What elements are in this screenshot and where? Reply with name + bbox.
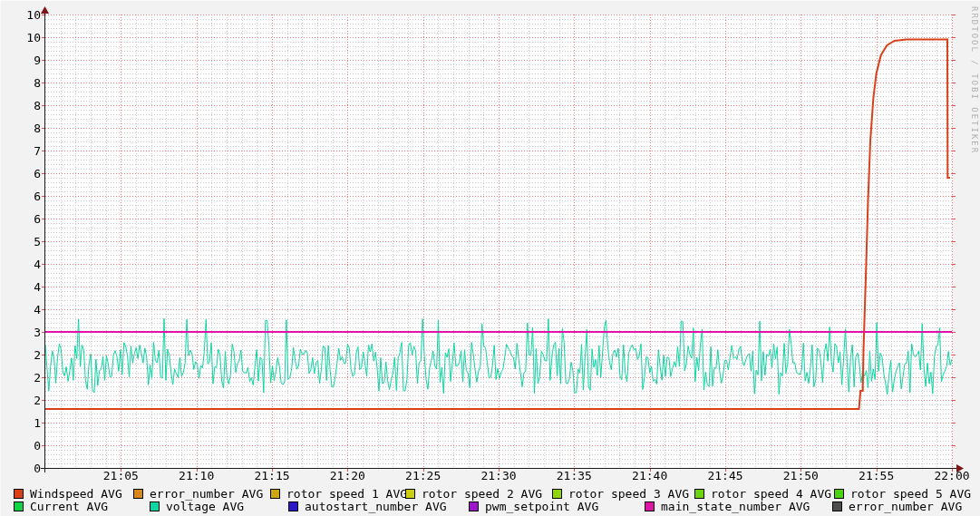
x-axis-tick-label: 21:30 xyxy=(473,470,524,482)
legend-color-swatch xyxy=(270,489,280,499)
x-axis-tick-label: 21:10 xyxy=(171,470,222,482)
legend-item: rotor speed 1 AVG xyxy=(270,484,407,496)
legend-item: error_number AVG xyxy=(133,484,263,496)
y-axis-tick-label: 1 xyxy=(1,417,41,429)
x-axis-tick-label: 21:25 xyxy=(398,470,449,482)
y-axis-tick-label: 7 xyxy=(1,145,41,157)
y-axis-tick-label: 8 xyxy=(1,77,41,89)
y-axis-tick-label: 5 xyxy=(1,236,41,248)
y-axis-tick-label: 6 xyxy=(1,168,41,180)
y-axis-tick-label: 6 xyxy=(1,190,41,202)
legend-color-swatch xyxy=(288,501,298,511)
y-axis-tick-label: 3 xyxy=(1,326,41,338)
y-axis-tick-label: 8 xyxy=(1,100,41,112)
rrdtool-watermark: RRDTOOL / TOBI OETIKER xyxy=(970,6,979,154)
legend-item: rotor speed 2 AVG xyxy=(405,484,542,496)
legend-color-swatch xyxy=(645,501,655,511)
legend-color-swatch xyxy=(14,501,24,511)
x-axis-tick-label: 21:45 xyxy=(700,470,751,482)
y-axis-tick-label: 4 xyxy=(1,304,41,316)
y-axis-tick-label: 4 xyxy=(1,281,41,293)
legend-item: error_number AVG xyxy=(832,497,962,509)
y-axis-tick-label: 10 xyxy=(1,32,41,44)
y-axis-tick-label: 10 xyxy=(1,9,41,21)
y-axis-tick-label: 6 xyxy=(1,213,41,225)
legend-label: pwm_setpoint AVG xyxy=(485,500,598,513)
legend-item: Windspeed AVG xyxy=(14,484,122,496)
legend-item: autostart_number AVG xyxy=(288,497,447,509)
x-axis-tick-label: 21:40 xyxy=(625,470,675,482)
legend-item: rotor speed 5 AVG xyxy=(834,484,971,496)
legend-item: Current AVG xyxy=(14,497,108,509)
legend-item: main_state_number AVG xyxy=(645,497,810,509)
y-axis-tick-label: 0 xyxy=(1,440,41,452)
legend-color-swatch xyxy=(832,501,842,511)
y-axis-tick-label: 8 xyxy=(1,122,41,134)
chart-plot-area xyxy=(1,1,980,516)
y-axis-tick-label: 2 xyxy=(1,372,41,384)
legend-color-swatch xyxy=(469,501,479,511)
legend-item: pwm_setpoint AVG xyxy=(469,497,598,509)
y-axis-tick-label: 4 xyxy=(1,258,41,270)
rrdtool-graph: 1010988876665444322210021:0521:1021:1521… xyxy=(0,0,980,516)
legend-item: rotor speed 4 AVG xyxy=(694,484,831,496)
y-axis-tick-label: 9 xyxy=(1,54,41,66)
legend-label: main_state_number AVG xyxy=(661,500,810,513)
y-axis-tick-label: 2 xyxy=(1,394,41,406)
y-axis-tick-label: 2 xyxy=(1,349,41,361)
x-axis-tick-label: 21:55 xyxy=(851,470,902,482)
x-axis-tick-label: 21:50 xyxy=(775,470,826,482)
x-axis-tick-label: 21:35 xyxy=(548,470,599,482)
legend-color-swatch xyxy=(133,489,143,499)
legend-label: autostart_number AVG xyxy=(305,500,447,513)
legend-item: rotor speed 3 AVG xyxy=(552,484,689,496)
legend-label: voltage AVG xyxy=(166,500,244,513)
legend-label: Current AVG xyxy=(30,500,108,513)
x-axis-tick-label: 22:00 xyxy=(927,470,977,482)
x-axis-tick-label: 21:05 xyxy=(95,470,146,482)
legend-item: voltage AVG xyxy=(150,497,244,509)
y-axis-tick-label: 0 xyxy=(1,462,41,474)
legend-color-swatch xyxy=(150,501,160,511)
x-axis-tick-label: 21:15 xyxy=(247,470,297,482)
legend-label: error_number AVG xyxy=(849,500,962,513)
x-axis-tick-label: 21:20 xyxy=(322,470,373,482)
